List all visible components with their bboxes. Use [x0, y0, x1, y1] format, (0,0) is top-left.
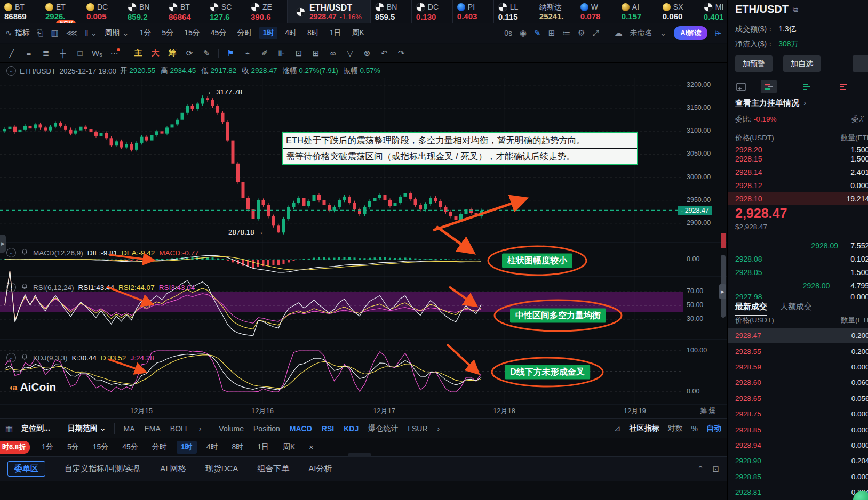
overlay-BOLL[interactable]: BOLL [170, 424, 189, 433]
ticker-item[interactable]: AI0.157 [617, 0, 658, 23]
pane-indicator-Position[interactable]: Position [253, 424, 280, 433]
bookmark-tool[interactable]: ⚑ [223, 46, 238, 60]
timeframe-15分[interactable]: 15分 [181, 27, 203, 39]
ticker-item[interactable]: DC0.005 [82, 0, 123, 23]
trade-row[interactable]: 2928.590.0001 [728, 359, 868, 375]
rewind-icon[interactable]: ⋘ [66, 28, 77, 38]
alert-bell-icon[interactable] [20, 248, 29, 257]
pane-indicator-LSUR[interactable]: LSUR [408, 424, 427, 433]
ticker-item[interactable]: BN859.5 [371, 0, 412, 23]
panel-drag-handle[interactable] [348, 453, 371, 457]
add-alert-button[interactable]: 加预警 [735, 55, 773, 72]
indicator-menu-button[interactable]: ∿ 指标 [5, 28, 30, 38]
timeframe-1日[interactable]: 1日 [327, 27, 345, 39]
order-book-row[interactable]: 2928.097.5521 [728, 239, 868, 252]
add-watchlist-button[interactable]: 加自选 [783, 55, 821, 72]
share-icon[interactable]: ⌲ [715, 28, 721, 38]
trades-tab-大额成交[interactable]: 大额成交 [780, 302, 812, 316]
parallel-channel-tool[interactable]: ≡ [21, 46, 36, 60]
date-range-dropdown[interactable]: 日期范围 ⌄ [68, 424, 106, 433]
ticker-item[interactable]: BT86864 [164, 0, 205, 23]
bottom-timeframe-8时[interactable]: 8时 [227, 441, 248, 454]
chevron-down-icon[interactable]: ⌄ [660, 28, 667, 38]
trendline-tool[interactable]: ╱ [4, 46, 19, 60]
bottom-timeframe-1时[interactable]: 1时 [177, 441, 197, 454]
bottom-timeframe-1分[interactable]: 1分 [37, 441, 58, 454]
collapse-chevron-icon[interactable]: ⌄ [6, 66, 16, 76]
period-dropdown[interactable]: 周期 ⌄ [105, 28, 129, 38]
ruler-tool[interactable]: ⌁ [240, 46, 255, 60]
copy-icon[interactable]: ⧉ [793, 5, 798, 14]
chart-area[interactable]: ⌄ ETH/USDT 2025-12-17 19:00 开 2920.55高 2… [0, 63, 727, 418]
bottom-timeframe-5分[interactable]: 5分 [63, 441, 83, 454]
chip-distribution-tool[interactable]: 筹 [165, 46, 180, 60]
book-asks-icon[interactable] [835, 80, 851, 93]
order-book-row[interactable]: 2928.142.4014 [728, 165, 868, 179]
order-book-row[interactable]: 2928.051.5000 [728, 265, 868, 279]
fullscreen-icon[interactable]: ⤢ [593, 28, 599, 38]
bottom-tab-自定义指标/回测/实盘[interactable]: 自定义指标/回测/实盘 [65, 464, 141, 474]
order-book-row[interactable]: 2928.080.1021 [728, 252, 868, 265]
order-book-row[interactable]: 2928.004.7951 [728, 279, 868, 292]
alert-bell-icon[interactable] [20, 353, 29, 362]
link-tool[interactable]: ∞ [325, 46, 340, 60]
ticker-item[interactable]: SC127.6 [205, 0, 246, 23]
screenshot-icon[interactable]: ◉ [520, 28, 527, 38]
timeframe-5分[interactable]: 5分 [158, 27, 177, 39]
ticker-item[interactable]: BT86869 [0, 0, 41, 23]
main-force-tool[interactable]: 主 [131, 46, 146, 60]
add-pane-icon[interactable]: ⊞ [548, 28, 555, 38]
gear-icon[interactable]: ⚙ [578, 28, 585, 38]
price-chart-svg[interactable] [0, 63, 727, 418]
order-book-row[interactable]: 2928.120.0001 [728, 179, 868, 192]
undo[interactable]: ↶ [377, 46, 392, 60]
trade-row[interactable]: 2928.900.2046 [728, 453, 868, 469]
lock-tool[interactable]: ⊡ [291, 46, 306, 60]
bottom-timeframe-15分[interactable]: 15分 [89, 441, 113, 454]
collapse-chevron-icon[interactable]: ⌄ [6, 353, 16, 362]
pane-collapse-handle[interactable]: ▶ [0, 235, 6, 253]
delete-drawings[interactable]: ⊗ [360, 46, 375, 60]
trade-row[interactable]: 2928.850.0001 [728, 469, 868, 485]
list-settings-icon[interactable]: ≔ [562, 28, 570, 38]
ticker-item[interactable]: 纳斯达25241. [535, 0, 576, 23]
option-社区指标[interactable]: 社区指标 [630, 424, 659, 433]
more-panes-chevron[interactable]: › [437, 424, 440, 433]
trade-row[interactable]: 2928.810.2046 [728, 485, 868, 500]
ticker-item[interactable]: BN859.2 [123, 0, 164, 23]
redo[interactable]: ↷ [394, 46, 409, 60]
trade-row[interactable]: 2928.550.2004 [728, 343, 868, 359]
bottom-timeframe-分时[interactable]: 分时 [148, 441, 171, 454]
ticker-item[interactable]: W0.078 [576, 0, 617, 23]
overlay-EMA[interactable]: EMA [144, 424, 160, 433]
timeframe-45分[interactable]: 45分 [208, 27, 230, 39]
bottom-tab-组合下单[interactable]: 组合下单 [257, 464, 289, 474]
timeframe-1时[interactable]: 1时 [259, 27, 277, 39]
option-%[interactable]: % [691, 424, 698, 433]
candle-style-icon[interactable]: ǁ ⌄ [85, 28, 97, 38]
bottom-tab-AI分析[interactable]: AI分析 [308, 464, 332, 474]
bottom-tab-AI 网格[interactable]: AI 网格 [160, 464, 186, 474]
alert-bell-icon[interactable] [20, 283, 29, 292]
ticker-item[interactable]: PI0.403 [453, 0, 494, 23]
bottom-timeframe-1日[interactable]: 1日 [253, 441, 273, 454]
save-layout-icon[interactable]: ⎗ [37, 28, 44, 38]
pattern-tool[interactable]: ⊪ [274, 46, 289, 60]
filter-tool[interactable]: ▽ [343, 46, 357, 60]
trade-row[interactable]: 2928.600.0601 [728, 375, 868, 390]
layout-grid-icon[interactable]: ▥ [51, 28, 59, 38]
edit-icon[interactable]: ⊿ [614, 424, 621, 433]
view-main-orders-link[interactable]: 查看主力挂单情况 › [735, 98, 806, 108]
option-自动[interactable]: 自动 [706, 424, 721, 433]
trade-row[interactable]: 2928.940.0001 [728, 438, 868, 453]
discount-badge[interactable]: 时6.8折 [0, 441, 30, 454]
order-book-row[interactable]: 2928.151.5000 [728, 152, 868, 165]
bottom-timeframe-45分[interactable]: 45分 [118, 441, 142, 454]
more-tools[interactable]: ⋯ [107, 46, 122, 60]
bottom-timeframe-周K[interactable]: 周K [278, 441, 299, 454]
timeframe-周K[interactable]: 周K [349, 27, 368, 39]
order-book-row[interactable]: 2927.980.0001 [728, 292, 868, 299]
ticker-item[interactable]: ZE390.6 [246, 0, 288, 23]
replay-tool[interactable]: ⟳ [182, 46, 197, 60]
pane-indicator-RSI[interactable]: RSI [322, 424, 334, 433]
